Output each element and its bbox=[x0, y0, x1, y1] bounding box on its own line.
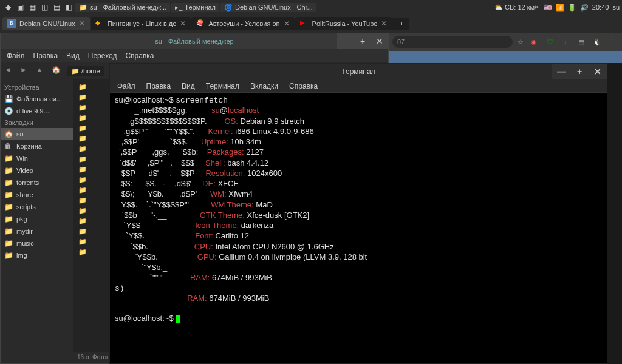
disc-icon: 💿 bbox=[4, 107, 13, 115]
menu-icon[interactable]: ◆ bbox=[2, 2, 13, 13]
up-icon[interactable]: ▲ bbox=[36, 66, 47, 76]
menubar: Файл Правка Вид Переход Справка bbox=[1, 49, 388, 62]
volume-icon[interactable]: 🔊 bbox=[580, 4, 589, 12]
menu-icon[interactable]: ⋮ bbox=[607, 36, 618, 47]
drive-icon: 💾 bbox=[4, 95, 13, 103]
site-icon: ◆ bbox=[95, 19, 104, 28]
browser-tab[interactable]: вDebian GNU/Linux✕ bbox=[2, 17, 90, 30]
sidebar-item-bookmark[interactable]: 📁pkg bbox=[1, 213, 73, 225]
sidebar-header: Устройства bbox=[1, 82, 73, 93]
folder-icon: 📁 bbox=[4, 227, 13, 235]
folder-icon: 📁 bbox=[78, 207, 88, 215]
ext-icon[interactable]: 🛡 bbox=[544, 36, 555, 47]
menu-go[interactable]: Переход bbox=[84, 50, 121, 61]
folder-icon: 📁 bbox=[4, 190, 13, 199]
folder-icon: 📁 bbox=[78, 166, 88, 174]
user-label[interactable]: su bbox=[612, 4, 620, 11]
app-icon-2[interactable]: ◫ bbox=[39, 2, 50, 13]
close-button[interactable]: ✕ bbox=[589, 64, 607, 79]
menu-tabs[interactable]: Вкладки bbox=[245, 81, 283, 92]
menu-terminal[interactable]: Терминал bbox=[201, 81, 244, 92]
folder-icon: 📁 bbox=[78, 135, 88, 143]
ext-icon[interactable]: ◉ bbox=[528, 36, 539, 47]
folder-icon: 📁 bbox=[4, 251, 13, 260]
folder-icon: 📁 bbox=[4, 178, 13, 187]
sidebar-item-bookmark[interactable]: 📁mydir bbox=[1, 225, 73, 237]
window-titlebar[interactable]: su - Файловый менеджер — + ✕ bbox=[1, 33, 388, 49]
app-icon-3[interactable]: ▤ bbox=[51, 2, 62, 13]
maximize-button[interactable]: + bbox=[570, 64, 589, 79]
home-icon[interactable]: 🏠 bbox=[52, 66, 63, 76]
close-button[interactable]: ✕ bbox=[371, 33, 388, 49]
sidebar-item-bookmark[interactable]: 📁share bbox=[1, 189, 73, 201]
folder-icon: 📁 bbox=[78, 93, 88, 101]
sidebar-item-bookmark[interactable]: 📁Win bbox=[1, 152, 73, 164]
sidebar-item-bookmark[interactable]: 📁Video bbox=[1, 164, 73, 177]
window-title: su - Файловый менеджер bbox=[155, 38, 233, 45]
window-titlebar[interactable]: Терминал — + ✕ bbox=[110, 64, 607, 79]
path-bar[interactable]: 📁 /home bbox=[67, 66, 104, 76]
browser-tab[interactable]: ◆Пингвинус - Linux в де✕ bbox=[91, 17, 191, 30]
terminal-output[interactable]: su@localhost:~$ screenfetch _,met$$$$$gg… bbox=[110, 93, 607, 327]
clock[interactable]: 20:40 bbox=[592, 4, 609, 11]
youtube-icon: ▶ bbox=[300, 19, 309, 28]
folder-icon: 📁 bbox=[4, 166, 13, 175]
sidebar-item-bookmark[interactable]: 📁torrents bbox=[1, 177, 73, 189]
new-tab-button[interactable]: + bbox=[392, 18, 409, 30]
fm-icon[interactable]: ▣ bbox=[15, 2, 26, 13]
taskbar-item[interactable]: 🌀 Debian GNU/Linux - Chr... bbox=[220, 3, 316, 12]
menu-view[interactable]: Вид bbox=[177, 81, 200, 92]
sidebar-header: Закладки bbox=[1, 117, 73, 128]
browser-tabstrip: вDebian GNU/Linux✕ ◆Пингвинус - Linux в … bbox=[0, 15, 622, 33]
folder-icon: 📁 bbox=[78, 197, 88, 204]
sidebar-item-bookmark[interactable]: 📁music bbox=[1, 237, 73, 249]
close-icon[interactable]: ✕ bbox=[284, 19, 290, 28]
menu-help[interactable]: Справка bbox=[284, 81, 323, 92]
sidebar-item-device[interactable]: 💾Файловая си... bbox=[1, 93, 73, 105]
sidebar-item-bookmark[interactable]: 🏠su bbox=[1, 128, 73, 140]
sidebar-item-bookmark[interactable]: 📁img bbox=[1, 249, 73, 261]
menu-edit[interactable]: Правка bbox=[142, 81, 176, 92]
url-input[interactable]: 07 bbox=[392, 36, 513, 48]
menu-view[interactable]: Вид bbox=[63, 50, 83, 61]
battery-icon[interactable]: 🔋 bbox=[568, 4, 576, 12]
folder-icon: 📁 bbox=[78, 228, 88, 235]
close-icon[interactable]: ✕ bbox=[381, 19, 387, 28]
menubar: Файл Правка Вид Терминал Вкладки Справка bbox=[110, 79, 607, 93]
ext-icon[interactable]: 🐧 bbox=[592, 36, 603, 47]
taskbar-item[interactable]: 📁 su - Файловый менедж... bbox=[75, 3, 170, 12]
folder-icon: 📁 bbox=[78, 238, 88, 246]
folder-icon: 📁 bbox=[78, 124, 88, 132]
folder-icon: 📁 bbox=[4, 203, 13, 211]
folder-icon: 📁 bbox=[78, 217, 88, 225]
minimize-button[interactable]: — bbox=[337, 33, 354, 49]
ext-icon[interactable]: ↓ bbox=[560, 36, 571, 47]
close-icon[interactable]: ✕ bbox=[79, 19, 85, 28]
browser-toolbar: 07 ☆ ◉ 🛡 ↓ ⬒ 🐧 ⋮ bbox=[389, 33, 622, 51]
app-icon-4[interactable]: ◧ bbox=[63, 2, 74, 13]
menu-edit[interactable]: Правка bbox=[30, 50, 62, 61]
sidebar-item-bookmark[interactable]: 🗑Корзина bbox=[1, 140, 73, 152]
star-icon[interactable]: ☆ bbox=[518, 38, 524, 46]
minimize-button[interactable]: — bbox=[552, 64, 570, 79]
window-title: Терминал bbox=[341, 67, 375, 76]
menu-help[interactable]: Справка bbox=[121, 50, 157, 61]
ext-icon[interactable]: ⬒ bbox=[576, 36, 587, 47]
weather-widget[interactable]: ⛅ СВ: 12 км/ч bbox=[494, 4, 540, 12]
browser-tab[interactable]: 🍣Автосуши - Условия оп✕ bbox=[191, 17, 294, 30]
sidebar-item-bookmark[interactable]: 📁scripts bbox=[1, 201, 73, 213]
browser-tab[interactable]: ▶PolitRussia - YouTube✕ bbox=[295, 17, 392, 30]
close-icon[interactable]: ✕ bbox=[180, 19, 186, 28]
folder-icon: 📁 bbox=[78, 248, 88, 256]
app-icon[interactable]: ▦ bbox=[27, 2, 38, 13]
network-icon[interactable]: 📶 bbox=[556, 4, 564, 12]
menu-file[interactable]: Файл bbox=[3, 50, 29, 61]
taskbar-item[interactable]: ▸_ Терминал bbox=[171, 3, 219, 12]
flag-icon[interactable]: 🇺🇸 bbox=[544, 4, 552, 12]
folder-icon: 📁 bbox=[78, 114, 88, 122]
menu-file[interactable]: Файл bbox=[112, 81, 140, 92]
forward-icon[interactable]: ► bbox=[20, 66, 31, 76]
sidebar-item-device[interactable]: 💿d-live 9.9.... bbox=[1, 105, 73, 117]
maximize-button[interactable]: + bbox=[354, 33, 371, 49]
back-icon[interactable]: ◄ bbox=[4, 66, 15, 76]
